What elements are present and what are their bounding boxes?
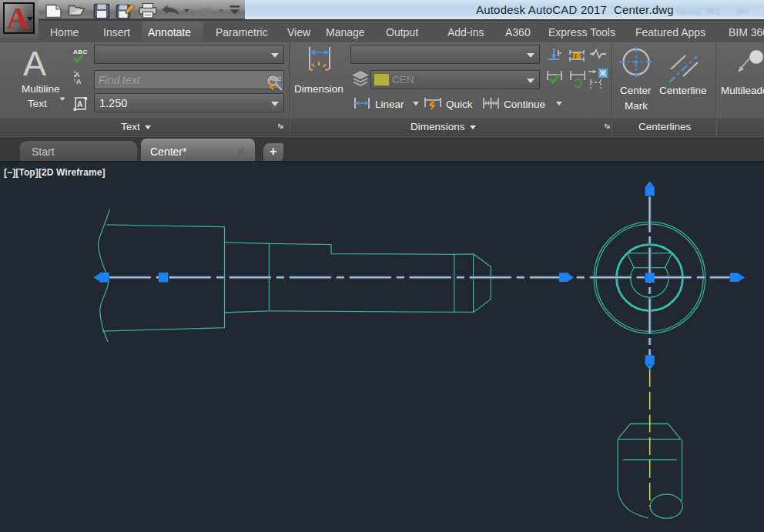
svg-text:A: A (76, 78, 82, 85)
svg-text:ABC: ABC (73, 49, 88, 55)
svg-text:A: A (7, 2, 29, 34)
svg-text:I: I (575, 52, 577, 60)
svg-text:A: A (77, 100, 82, 109)
